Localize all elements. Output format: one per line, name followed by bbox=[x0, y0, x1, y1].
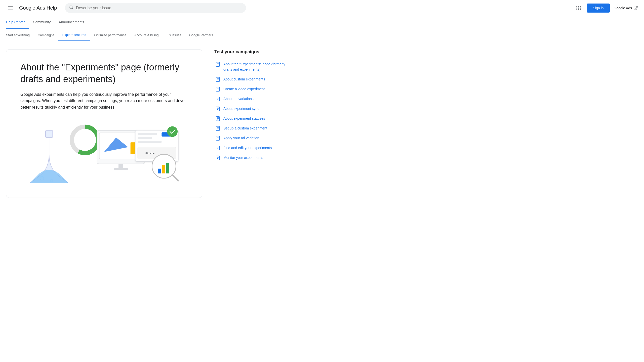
search-bar bbox=[65, 3, 246, 13]
svg-rect-27 bbox=[166, 163, 169, 173]
svg-point-8 bbox=[77, 132, 94, 149]
doc-icon bbox=[215, 155, 220, 160]
doc-icon bbox=[215, 77, 220, 82]
svg-line-2 bbox=[635, 6, 637, 8]
sidebar-item-find-edit-experiments[interactable]: Find and edit your experiments bbox=[214, 143, 295, 153]
sidebar-item-label: About custom experiments bbox=[223, 77, 265, 82]
search-icon bbox=[69, 5, 73, 11]
svg-point-0 bbox=[70, 6, 72, 9]
sidebar-item-label: Create a video experiment bbox=[223, 86, 265, 92]
sidebar-item-custom-experiment-setup[interactable]: Set up a custom experiment bbox=[214, 124, 295, 133]
article-illustration: Skip Ad ▶ bbox=[20, 118, 188, 185]
article-description: Google Ads experiments can help you cont… bbox=[20, 91, 188, 111]
sidebar-item-label: About experiment statuses bbox=[223, 116, 265, 121]
sidebar-item-video-experiment[interactable]: Create a video experiment bbox=[214, 84, 295, 94]
top-header: Google Ads Help Sign in Google Ads bbox=[0, 0, 644, 16]
nav-account-billing[interactable]: Account & billing bbox=[130, 29, 163, 41]
nav-campaigns[interactable]: Campaigns bbox=[34, 29, 58, 41]
grid-dots bbox=[576, 6, 581, 10]
doc-icon bbox=[215, 106, 220, 111]
sidebar-title: Test your campaigns bbox=[214, 49, 295, 55]
svg-rect-53 bbox=[216, 126, 219, 131]
main-article: About the "Experiments" page (formerly d… bbox=[6, 49, 202, 198]
svg-rect-13 bbox=[118, 164, 123, 169]
svg-rect-18 bbox=[138, 141, 162, 143]
sign-in-button[interactable]: Sign in bbox=[587, 4, 610, 13]
svg-rect-16 bbox=[138, 133, 157, 135]
svg-line-1 bbox=[72, 8, 73, 9]
sidebar-item-label: Set up a custom experiment bbox=[223, 126, 267, 131]
nav-fix-issues[interactable]: Fix issues bbox=[163, 29, 185, 41]
svg-rect-57 bbox=[216, 136, 219, 141]
sidebar-item-experiment-sync[interactable]: About experiment sync bbox=[214, 104, 295, 113]
sidebar-item-label: Find and edit your experiments bbox=[223, 145, 272, 151]
sidebar-item-apply-ad-variation[interactable]: Apply your ad variation bbox=[214, 133, 295, 143]
svg-rect-45 bbox=[216, 107, 219, 111]
svg-rect-61 bbox=[216, 146, 219, 150]
doc-icon bbox=[215, 87, 220, 92]
external-link-icon bbox=[633, 6, 638, 10]
google-ads-link-text: Google Ads bbox=[614, 6, 632, 10]
doc-icon bbox=[215, 97, 220, 102]
doc-icon bbox=[215, 126, 220, 131]
svg-rect-17 bbox=[138, 137, 152, 139]
google-apps-icon[interactable] bbox=[574, 4, 583, 12]
article-title: About the "Experiments" page (formerly d… bbox=[20, 62, 188, 85]
svg-rect-49 bbox=[216, 117, 219, 121]
svg-rect-26 bbox=[162, 165, 165, 173]
nav-google-partners[interactable]: Google Partners bbox=[185, 29, 217, 41]
google-ads-link[interactable]: Google Ads bbox=[614, 6, 638, 10]
doc-icon bbox=[215, 146, 220, 151]
nav-tab-announcements[interactable]: Announcements bbox=[55, 16, 88, 29]
sidebar-item-custom-experiments[interactable]: About custom experiments bbox=[214, 75, 295, 84]
sidebar-item-label: About experiment sync bbox=[223, 106, 259, 111]
svg-rect-29 bbox=[216, 62, 219, 67]
content-area: About the "Experiments" page (formerly d… bbox=[0, 41, 352, 206]
sidebar-item-label: About ad variations bbox=[223, 96, 254, 102]
logo-text: Google Ads Help bbox=[19, 5, 57, 11]
svg-rect-37 bbox=[216, 87, 219, 92]
doc-icon bbox=[215, 62, 220, 67]
nav-tab-help-center[interactable]: Help Center bbox=[6, 16, 29, 29]
svg-rect-14 bbox=[114, 168, 128, 170]
nav-tab-community[interactable]: Community bbox=[29, 16, 55, 29]
nav-start-advertising[interactable]: Start advertising bbox=[6, 29, 34, 41]
svg-text:Skip Ad ▶: Skip Ad ▶ bbox=[145, 152, 154, 155]
sidebar-item-label: About the "Experiments" page (formerly d… bbox=[223, 62, 294, 72]
sidebar-item-label: Monitor your experiments bbox=[223, 155, 263, 160]
hamburger-menu[interactable] bbox=[6, 4, 15, 12]
top-nav: Help Center Community Announcements bbox=[0, 16, 644, 29]
sidebar: Test your campaigns About the "Experimen… bbox=[214, 49, 295, 198]
sidebar-item-ad-variations[interactable]: About ad variations bbox=[214, 94, 295, 104]
nav-explore-features[interactable]: Explore features bbox=[58, 29, 90, 41]
svg-rect-25 bbox=[158, 169, 161, 173]
doc-icon bbox=[215, 136, 220, 141]
svg-rect-33 bbox=[216, 77, 219, 82]
search-input[interactable] bbox=[76, 6, 242, 10]
sidebar-list: About the "Experiments" page (formerly d… bbox=[214, 60, 295, 162]
header-right: Sign in Google Ads bbox=[574, 4, 638, 13]
svg-line-24 bbox=[172, 175, 178, 181]
sidebar-item-monitor-experiments[interactable]: Monitor your experiments bbox=[214, 153, 295, 162]
sidebar-item-label: Apply your ad variation bbox=[223, 135, 259, 141]
second-nav: Start advertising Campaigns Explore feat… bbox=[0, 29, 644, 41]
svg-point-22 bbox=[167, 126, 178, 137]
sidebar-item-experiments-page[interactable]: About the "Experiments" page (formerly d… bbox=[214, 60, 295, 74]
nav-optimize-performance[interactable]: Optimize performance bbox=[90, 29, 130, 41]
doc-icon bbox=[215, 116, 220, 121]
svg-rect-3 bbox=[46, 130, 53, 138]
svg-rect-65 bbox=[216, 156, 219, 160]
svg-rect-41 bbox=[216, 97, 219, 101]
sidebar-item-experiment-statuses[interactable]: About experiment statuses bbox=[214, 114, 295, 123]
